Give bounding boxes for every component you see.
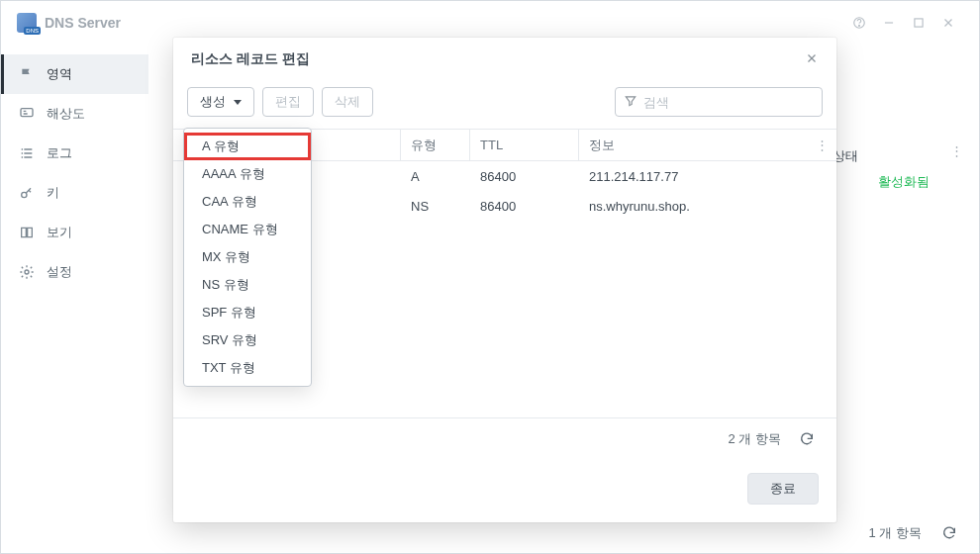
col-type-header: 유형 bbox=[401, 130, 470, 160]
modal-toolbar: 생성 편집 삭제 bbox=[173, 81, 836, 129]
modal-header: 리소스 레코드 편집 bbox=[173, 38, 836, 81]
create-type-menu: A 유형 AAAA 유형 CAA 유형 CNAME 유형 MX 유형 NS 유형… bbox=[183, 128, 312, 387]
menu-item-txt[interactable]: TXT 유형 bbox=[184, 354, 311, 382]
menu-item-ns[interactable]: NS 유형 bbox=[184, 271, 311, 299]
modal-refresh-button[interactable] bbox=[795, 427, 819, 451]
modal-status-bar: 2 개 항목 bbox=[173, 417, 836, 459]
modal-item-count: 2 개 항목 bbox=[729, 430, 781, 448]
edit-record-modal: 리소스 레코드 편집 생성 편집 삭제 bbox=[173, 38, 836, 522]
modal-overlay: 리소스 레코드 편집 생성 편집 삭제 bbox=[0, 0, 980, 554]
modal-close-button[interactable] bbox=[805, 51, 819, 68]
modal-done-button[interactable]: 종료 bbox=[747, 473, 819, 505]
menu-item-a[interactable]: A 유형 bbox=[184, 133, 311, 160]
menu-item-spf[interactable]: SPF 유형 bbox=[184, 299, 311, 326]
modal-actions: 종료 bbox=[173, 459, 836, 522]
records-table: 유형 TTL 정보 ⋮ A 86400 211.214.117.77 NS 86… bbox=[173, 129, 836, 417]
modal-title: 리소스 레코드 편집 bbox=[191, 50, 310, 68]
menu-item-caa[interactable]: CAA 유형 bbox=[184, 188, 311, 216]
search-box[interactable] bbox=[615, 87, 823, 117]
filter-icon bbox=[624, 94, 637, 111]
menu-item-srv[interactable]: SRV 유형 bbox=[184, 326, 311, 354]
menu-item-aaaa[interactable]: AAAA 유형 bbox=[184, 160, 311, 188]
table-column-menu[interactable]: ⋮ bbox=[807, 138, 836, 152]
delete-button[interactable]: 삭제 bbox=[322, 87, 373, 117]
edit-button[interactable]: 편집 bbox=[262, 87, 314, 117]
menu-item-mx[interactable]: MX 유형 bbox=[184, 243, 311, 271]
search-input[interactable] bbox=[643, 95, 814, 110]
menu-item-cname[interactable]: CNAME 유형 bbox=[184, 216, 311, 243]
col-info-header: 정보 bbox=[579, 130, 807, 160]
create-button[interactable]: 생성 bbox=[187, 87, 254, 117]
col-ttl-header: TTL bbox=[470, 130, 579, 160]
